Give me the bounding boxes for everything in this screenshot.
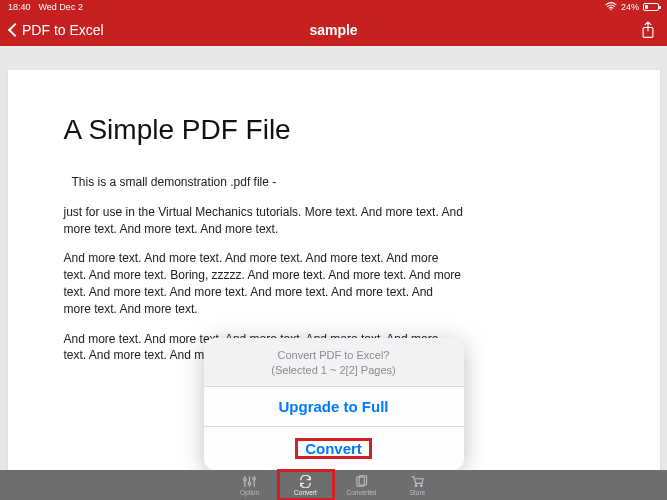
- svg-point-10: [415, 484, 417, 486]
- status-time: 18:40: [8, 2, 31, 12]
- chevron-left-icon: [8, 22, 22, 36]
- status-right: 24%: [605, 2, 659, 12]
- pdf-paragraph: And more text. And more text. And more t…: [64, 250, 464, 317]
- wifi-icon: [605, 2, 617, 11]
- tab-label: Option: [240, 489, 259, 496]
- share-button[interactable]: [639, 20, 657, 40]
- svg-point-11: [420, 484, 422, 486]
- status-date: Wed Dec 2: [39, 2, 83, 12]
- sheet-subtitle: (Selected 1 ~ 2[2] Pages): [216, 363, 452, 378]
- pdf-title: A Simple PDF File: [64, 114, 604, 146]
- upgrade-button[interactable]: Upgrade to Full: [204, 386, 464, 426]
- refresh-icon: [298, 475, 313, 488]
- pdf-body: This is a small demonstration .pdf file …: [64, 174, 604, 364]
- svg-point-7: [253, 477, 256, 480]
- status-left: 18:40 Wed Dec 2: [8, 2, 83, 12]
- upgrade-label: Upgrade to Full: [279, 398, 389, 415]
- battery-percent: 24%: [621, 2, 639, 12]
- share-icon: [640, 21, 656, 39]
- pdf-paragraph: just for use in the Virtual Mechanics tu…: [64, 204, 464, 238]
- battery-icon: [643, 3, 659, 11]
- svg-point-6: [248, 482, 251, 485]
- cart-icon: [410, 475, 425, 488]
- sheet-header: Convert PDF to Excel? (Selected 1 ~ 2[2]…: [204, 338, 464, 386]
- svg-point-5: [244, 478, 247, 481]
- app-root: 18:40 Wed Dec 2 24% PDF to Excel sample …: [0, 0, 667, 500]
- status-bar: 18:40 Wed Dec 2 24%: [0, 0, 667, 13]
- back-label: PDF to Excel: [22, 22, 104, 38]
- sliders-icon: [242, 475, 257, 488]
- page-title: sample: [309, 22, 357, 38]
- svg-point-0: [610, 9, 612, 11]
- tab-label: Store: [410, 489, 426, 496]
- tab-bar: Option Convert Converted Store: [0, 470, 667, 500]
- back-button[interactable]: PDF to Excel: [10, 22, 104, 38]
- tab-option[interactable]: Option: [222, 470, 278, 500]
- document-viewport[interactable]: A Simple PDF File This is a small demons…: [0, 46, 667, 500]
- tab-label: Convert: [294, 489, 317, 496]
- nav-bar: PDF to Excel sample: [0, 13, 667, 46]
- tab-convert[interactable]: Convert: [278, 470, 334, 500]
- sheet-title: Convert PDF to Excel?: [216, 348, 452, 363]
- tab-label: Converted: [347, 489, 377, 496]
- files-icon: [354, 475, 369, 488]
- pdf-paragraph: This is a small demonstration .pdf file …: [64, 174, 472, 191]
- convert-sheet: Convert PDF to Excel? (Selected 1 ~ 2[2]…: [204, 338, 464, 470]
- tab-store[interactable]: Store: [390, 470, 446, 500]
- convert-button[interactable]: Convert: [204, 426, 464, 470]
- convert-label: Convert: [295, 438, 372, 459]
- tab-converted[interactable]: Converted: [334, 470, 390, 500]
